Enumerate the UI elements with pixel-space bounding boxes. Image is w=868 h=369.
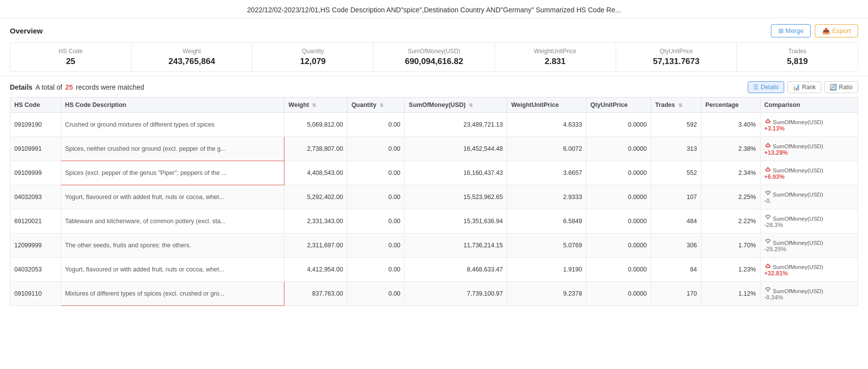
comp-value: +3.13%: [764, 125, 854, 132]
hs-code-cell: 09109190: [10, 113, 61, 137]
rank-view-button[interactable]: 📊 Rank: [787, 81, 821, 93]
quantity-cell: 0.00: [347, 185, 404, 209]
export-label: Export: [832, 27, 851, 34]
comparison-cell: SumOfMoney(USD) +32.81%: [760, 258, 858, 282]
merge-icon: ⊞: [778, 27, 784, 34]
stat-value: 243,765,864: [136, 57, 248, 67]
qty_unit_price-cell: 0.0000: [586, 258, 651, 282]
weight_unit_price-cell: 9.2378: [507, 282, 587, 306]
merge-label: Merge: [786, 27, 804, 34]
details-header: Details A total of 25 records were match…: [10, 81, 858, 93]
details-title-row: Details A total of 25 records were match…: [10, 83, 144, 91]
stat-label: Trades: [741, 48, 854, 55]
weight-cell: 4,412,954.00: [284, 258, 347, 282]
data-table: HS CodeHS Code DescriptionWeight ⇅Quanti…: [10, 97, 858, 306]
weight-cell: 5,292,402.00: [284, 185, 347, 209]
col-header-trades[interactable]: Trades ⇅: [651, 98, 701, 113]
weight_unit_price-cell: 2.9333: [507, 185, 587, 209]
comp-label: SumOfMoney(USD): [764, 214, 854, 222]
weight-cell: 2,311,697.00: [284, 234, 347, 258]
record-suffix: records were matched: [76, 83, 144, 91]
weight_unit_price-cell: 1.9190: [507, 258, 587, 282]
trend-down-icon: [764, 238, 771, 245]
stat-value: 25: [14, 57, 127, 67]
page-title: 2022/12/02-2023/12/01,HS Code Descriptio…: [0, 0, 868, 18]
ratio-view-button[interactable]: 🔄 Ratio: [824, 81, 858, 93]
stat-value: 2.831: [499, 57, 612, 67]
table-row: 09109999Spices (excl. pepper of the genu…: [10, 161, 858, 185]
table-row: 69120021Tableware and kitchenware, of co…: [10, 209, 858, 234]
overview-header: Overview ⊞ Merge 📤 Export: [10, 24, 858, 37]
hs-code-cell: 04032053: [10, 258, 61, 282]
description-cell: Spices, neither crushed nor ground (excl…: [61, 137, 284, 161]
percentage-cell: 3.40%: [701, 113, 760, 137]
sum_money-cell: 7,739,100.97: [405, 282, 507, 306]
weight_unit_price-cell: 6.0072: [507, 137, 587, 161]
trades-cell: 552: [651, 161, 701, 185]
export-button[interactable]: 📤 Export: [815, 24, 858, 37]
svg-rect-6: [766, 267, 770, 268]
trend-down-icon: [764, 190, 771, 197]
details-view-button[interactable]: ☰ Details: [748, 81, 784, 93]
stat-value: 5,819: [741, 57, 854, 67]
overview-section: Overview ⊞ Merge 📤 Export HS Code 25 Wei…: [0, 18, 868, 76]
hs-code-cell: 09109110: [10, 282, 61, 306]
export-icon: 📤: [822, 27, 830, 34]
stat-cell: WeightUnitPrice 2.831: [495, 43, 616, 71]
qty_unit_price-cell: 0.0000: [586, 161, 651, 185]
table-row: 09109991Spices, neither crushed nor grou…: [10, 137, 858, 161]
table-row: 04032053Yogurt, flavoured or with added …: [10, 258, 858, 282]
weight-cell: 2,331,343.00: [284, 209, 347, 234]
qty_unit_price-cell: 0.0000: [586, 137, 651, 161]
percentage-cell: 2.22%: [701, 209, 760, 234]
description-cell: Crushed or ground mixtures of different …: [61, 113, 284, 137]
col-header-quantity[interactable]: Quantity ⇅: [347, 98, 404, 113]
comparison-cell: SumOfMoney(USD) +13.29%: [760, 137, 858, 161]
weight_unit_price-cell: 6.5849: [507, 209, 587, 234]
col-header-sum_money[interactable]: SumOfMoney(USD) ⇅: [405, 98, 507, 113]
action-buttons: ⊞ Merge 📤 Export: [771, 24, 858, 37]
sort-icon: ⇅: [380, 102, 383, 108]
svg-rect-3: [766, 191, 770, 192]
comp-label: SumOfMoney(USD): [764, 238, 854, 246]
rank-view-icon: 📊: [793, 84, 800, 91]
qty_unit_price-cell: 0.0000: [586, 209, 651, 234]
table-row: 09109110Mixtures of different types of s…: [10, 282, 858, 306]
stat-label: Weight: [136, 48, 248, 55]
col-header-description: HS Code Description: [61, 98, 284, 113]
trades-cell: 592: [651, 113, 701, 137]
stat-label: Quantity: [256, 48, 369, 55]
hs-code-cell: 09109999: [10, 161, 61, 185]
qty_unit_price-cell: 0.0000: [586, 185, 651, 209]
comparison-cell: SumOfMoney(USD) -28.3%: [760, 209, 858, 234]
svg-rect-1: [766, 146, 770, 147]
trend-up-icon: [764, 141, 771, 148]
trades-cell: 313: [651, 137, 701, 161]
sum_money-cell: 15,523,962.65: [405, 185, 507, 209]
sort-icon: ⇅: [678, 102, 682, 108]
comp-value: -0.34%: [764, 294, 854, 301]
overview-title: Overview: [10, 27, 43, 35]
trend-up-icon: [764, 166, 771, 172]
trend-up-icon: [764, 262, 771, 269]
col-header-qty_unit_price: QtyUnitPrice: [586, 98, 651, 113]
details-view-icon: ☰: [753, 84, 759, 91]
description-cell: Mixtures of different types of spices (e…: [61, 282, 284, 306]
quantity-cell: 0.00: [347, 234, 404, 258]
trades-cell: 306: [651, 234, 701, 258]
merge-button[interactable]: ⊞ Merge: [771, 24, 811, 37]
stats-row: HS Code 25 Weight 243,765,864 Quantity 1…: [10, 42, 858, 72]
qty_unit_price-cell: 0.0000: [586, 113, 651, 137]
percentage-cell: 2.38%: [701, 137, 760, 161]
sum_money-cell: 16,452,544.48: [405, 137, 507, 161]
description-cell: The other seeds, fruits and spores: the …: [61, 234, 284, 258]
sort-icon: ⇅: [312, 102, 316, 108]
record-count: 25: [65, 83, 73, 91]
record-prefix: A total of: [35, 83, 62, 91]
col-header-weight[interactable]: Weight ⇅: [284, 98, 347, 113]
stat-cell: Quantity 12,079: [252, 43, 374, 71]
quantity-cell: 0.00: [347, 137, 404, 161]
quantity-cell: 0.00: [347, 113, 404, 137]
comp-label: SumOfMoney(USD): [764, 141, 854, 149]
trend-down-icon: [764, 214, 771, 221]
